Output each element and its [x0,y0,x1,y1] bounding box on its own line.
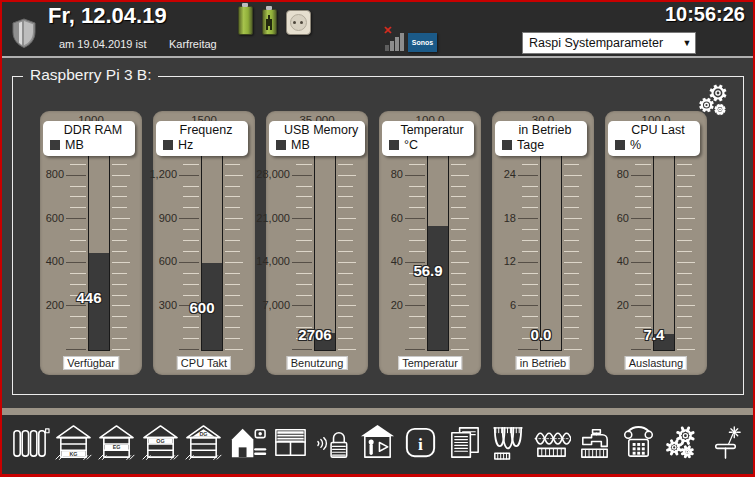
tick-mark [338,175,356,176]
tick-mark [409,327,425,328]
tick-mark [183,251,199,252]
view-selector-dropdown[interactable]: Raspi Systemparameter ▼ [522,32,696,54]
legend-square-icon [502,140,512,150]
house-floor-dg-icon[interactable]: DG [184,420,224,464]
svg-text:EG: EG [113,444,121,450]
tick-mark [677,186,692,187]
tick-mark [409,186,425,187]
gauge-tooltip-title: Temperatur [389,123,467,137]
svg-text:OG: OG [156,437,164,443]
gears-icon[interactable] [662,420,702,464]
info-icon[interactable]: i [401,420,441,464]
tick-mark [70,316,86,317]
meter-waves-icon[interactable] [531,420,571,464]
gauge-value: 56.9 [398,262,458,279]
gauge-slider-load[interactable] [653,131,675,351]
tick-mark [564,316,579,317]
tick-mark [112,316,127,317]
wireless-lock-icon[interactable] [314,420,354,464]
legend-square-icon [276,140,286,150]
tick-label: 6 [476,300,516,311]
tick-mark [518,175,538,176]
tick-mark [225,295,240,296]
gauge-slider-uptime[interactable] [540,131,562,351]
gauge-tooltip-unit: % [615,138,693,152]
gauge-value: 2706 [285,326,345,343]
legend-square-icon [50,140,60,150]
tick-mark [296,164,312,165]
tick-mark [409,229,425,230]
battery-full-icon [238,6,253,35]
tick-mark [225,251,240,252]
tick-mark [522,207,538,208]
tick-mark [522,164,538,165]
tick-mark [451,316,466,317]
tick-mark [225,218,243,219]
tick-mark [296,207,312,208]
group-title: Raspberry Pi 3 B: [23,66,158,84]
gauge-slider-temp[interactable] [427,131,449,351]
house-floor-eg-icon[interactable]: EG [97,420,137,464]
gauge-slider-ram[interactable] [88,131,110,351]
tick-mark [564,295,579,296]
tick-mark [225,327,240,328]
current-time: 10:56:26 [665,3,745,26]
radiator-icon[interactable] [10,420,50,464]
tick-mark [225,207,240,208]
tick-mark [112,186,127,187]
house-media-icon[interactable] [358,420,398,464]
tick-label: 80 [363,169,403,180]
tick-label: 21,000 [250,213,290,224]
house-floor-kg-icon[interactable]: KG [53,420,93,464]
tick-mark [564,196,579,197]
tick-mark [405,218,425,219]
gauge-tooltip: in BetriebTage [495,121,587,156]
gauge-slider-freq[interactable] [201,131,223,351]
house-panel-icon[interactable] [227,420,267,464]
documents-icon[interactable] [444,420,484,464]
tick-mark [338,186,353,187]
tick-label: 300 [137,300,177,311]
gauge-slider-usb[interactable] [314,131,336,351]
tick-mark [225,196,240,197]
next-holiday-prefix: am 19.04.2019 ist [59,38,146,50]
tick-mark [225,175,243,176]
window-blinds-icon[interactable] [271,420,311,464]
tick-mark [635,316,651,317]
tick-mark [564,207,579,208]
tick-mark [225,316,240,317]
tick-mark [451,164,466,165]
tick-mark [70,273,86,274]
tick-mark [451,349,469,350]
tick-mark [631,218,651,219]
tick-mark [677,305,695,306]
tick-mark [292,262,312,263]
garden-light-icon[interactable] [705,420,745,464]
tick-mark [677,175,695,176]
tick-mark [631,175,651,176]
tick-mark [179,218,199,219]
tick-mark [66,218,86,219]
phone-icon[interactable] [618,420,658,464]
tick-mark [635,295,651,296]
next-holiday-name: Karfreitag [169,38,217,50]
gauge-caption: in Betrieb [516,356,570,370]
gauge-caption: Temperatur [398,356,462,370]
legend-square-icon [615,140,625,150]
tick-mark [70,164,86,165]
gauge-unit-label: Tage [517,138,544,152]
gauge-value: 0.0 [511,326,571,343]
legend-square-icon [163,140,173,150]
gauge-unit-label: Hz [178,138,193,152]
house-floor-og-icon[interactable]: OG [140,420,180,464]
tick-mark [409,207,425,208]
tick-mark [179,175,199,176]
gauge-freq: 15001,200900600300600CPU TaktFrequenzHz [153,111,255,375]
water-meter-icon[interactable] [575,420,615,464]
tick-label: 800 [24,169,64,180]
gauge-tooltip-unit: Tage [502,138,580,152]
meter-curves-icon[interactable] [488,420,528,464]
tick-mark [522,316,538,317]
tick-mark [522,251,538,252]
tick-mark [635,273,651,274]
